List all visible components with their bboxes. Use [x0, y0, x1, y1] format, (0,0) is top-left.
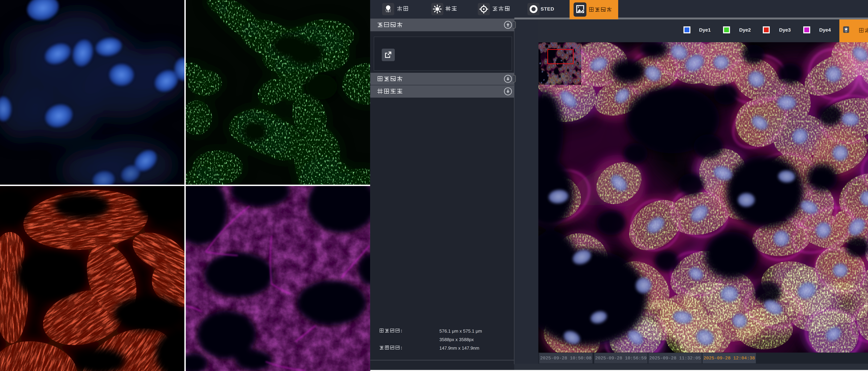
svg-text::: : [401, 345, 402, 350]
svg-text::: : [401, 328, 402, 333]
